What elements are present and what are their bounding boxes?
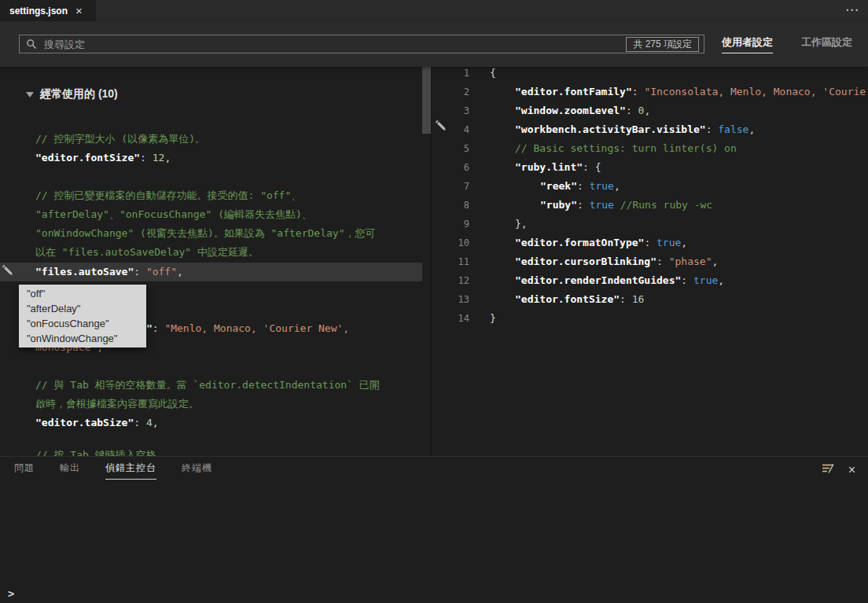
- code-token: :: [644, 237, 657, 248]
- setting-value: "Menlo, Monaco, 'Courier New',: [164, 322, 349, 334]
- panel-tab-output[interactable]: 輸出: [60, 461, 80, 480]
- code-token: false: [718, 123, 748, 135]
- code-token: :: [681, 274, 693, 286]
- debug-console-output[interactable]: >: [0, 484, 868, 603]
- scrollbar-thumb[interactable]: [422, 67, 431, 134]
- code-token: "editor.fontFamily": [515, 86, 632, 97]
- more-actions-icon[interactable]: ⋯: [845, 2, 859, 18]
- code-line: 9},: [432, 215, 868, 233]
- dropdown-item-afterdelay[interactable]: "afterDelay": [19, 301, 146, 316]
- code-token: "editor.formatOnType": [515, 237, 644, 248]
- setting-line-editor-fontsize: "editor.fontSize": 12,: [0, 149, 422, 167]
- comment-line-fontsize: // 控制字型大小 (以像素為單位)。: [0, 130, 422, 149]
- tab-user-settings[interactable]: 使用者設定: [722, 35, 773, 53]
- code-token: "editor.fontSize": [515, 293, 620, 305]
- line-number: 8: [432, 196, 482, 215]
- line-number: 1: [432, 67, 482, 83]
- code-line: 7"reek": true,: [432, 177, 868, 196]
- code-token: ,: [681, 237, 687, 248]
- code-token: ,: [718, 274, 724, 286]
- panel-tab-terminal[interactable]: 終端機: [182, 461, 212, 480]
- setting-line-files-autosave[interactable]: "files.autoSave": "off",: [0, 263, 422, 281]
- comment-line-autosave: "afterDelay"、"onFocusChange" (編輯器失去焦點)、: [0, 205, 422, 224]
- code-token: true: [590, 180, 614, 192]
- settings-scope-tabs: 使用者設定 工作區設定: [722, 21, 852, 67]
- code-token: :: [620, 293, 632, 305]
- line-number: 10: [432, 233, 482, 252]
- code-token: },: [515, 218, 528, 230]
- code-token: "editor.renderIndentGuides": [515, 274, 681, 286]
- bottom-panel: 問題 輸出 偵錯主控台 終端機 × >: [0, 456, 868, 603]
- edit-setting-pencil-icon[interactable]: [2, 264, 13, 279]
- punctuation: :: [134, 417, 146, 428]
- line-number: 3: [432, 101, 482, 120]
- line-number: 9: [432, 215, 482, 233]
- code-token: "Inconsolata, Menlo, Monaco, 'Courie: [644, 86, 866, 97]
- code-line: 3"window.zoomLevel": 0,: [432, 101, 868, 120]
- dropdown-item-onfocuschange[interactable]: "onFocusChange": [19, 316, 146, 331]
- code-token: // Basic settings: turn linter(s) on: [515, 142, 737, 154]
- clear-console-icon[interactable]: [822, 462, 834, 478]
- code-line: 5// Basic settings: turn linter(s) on: [432, 139, 868, 158]
- code-token: :: [577, 199, 590, 211]
- punctuation: ,: [153, 417, 159, 428]
- panel-tab-problems[interactable]: 問題: [14, 461, 35, 480]
- code-token: :: [577, 180, 590, 192]
- code-lines: 1{ 2"editor.fontFamily": "Inconsolata, M…: [432, 67, 868, 328]
- tab-title: settings.json: [9, 6, 68, 17]
- tab-workspace-settings[interactable]: 工作區設定: [801, 35, 852, 53]
- code-line: 13"editor.fontSize": 16: [432, 290, 868, 309]
- code-token: "workbench.activityBar.visible": [515, 123, 706, 135]
- tab-close-icon[interactable]: ×: [75, 5, 83, 17]
- code-token: :: [632, 86, 645, 97]
- panel-close-icon[interactable]: ×: [848, 464, 855, 476]
- default-settings-editor[interactable]: 經常使用的 (10) // 控制字型大小 (以像素為單位)。 "editor.f…: [0, 67, 422, 456]
- code-line: 14}: [432, 309, 868, 328]
- punctuation: :: [153, 322, 165, 334]
- punctuation: ,: [177, 266, 183, 278]
- console-prompt-chevron: >: [8, 587, 14, 600]
- panel-tab-debug-console[interactable]: 偵錯主控台: [105, 461, 156, 480]
- code-token: "reek": [540, 180, 577, 192]
- search-input[interactable]: [42, 35, 626, 53]
- line-number: 5: [432, 139, 482, 158]
- line-number: 12: [432, 271, 482, 290]
- edit-setting-pencil-icon[interactable]: [435, 119, 447, 134]
- settings-split-editor: 經常使用的 (10) // 控制字型大小 (以像素為單位)。 "editor.f…: [0, 67, 868, 456]
- code-line: 11"editor.cursorBlinking": "phase",: [432, 252, 868, 271]
- code-token: "editor.cursorBlinking": [515, 256, 657, 267]
- comment-line-tabsize: 啟時，會根據檔案內容覆寫此設定。: [0, 395, 422, 414]
- code-token: {: [490, 67, 496, 79]
- setting-key: "editor.tabSize": [35, 417, 134, 428]
- user-settings-editor[interactable]: 1{ 2"editor.fontFamily": "Inconsolata, M…: [431, 67, 868, 456]
- search-box: 共 275 項設定: [19, 35, 704, 53]
- code-line: 1{: [432, 67, 868, 83]
- line-number: 13: [432, 290, 482, 309]
- setting-line-editor-tabsize: "editor.tabSize": 4,: [0, 414, 422, 432]
- comment-line-tabsize: // 與 Tab 相等的空格數量。當 `editor.detectIndenta…: [0, 376, 422, 395]
- autosave-value-dropdown: "off" "afterDelay" "onFocusChange" "onWi…: [19, 285, 146, 347]
- code-token: true: [693, 274, 718, 286]
- panel-tab-bar: 問題 輸出 偵錯主控台 終端機 ×: [0, 457, 868, 484]
- section-header-commonly-used[interactable]: 經常使用的 (10): [26, 85, 118, 104]
- dropdown-item-onwindowchange[interactable]: "onWindowChange": [19, 331, 146, 346]
- tab-settings-json[interactable]: settings.json ×: [0, 0, 96, 21]
- code-token: //Runs ruby -wc: [620, 199, 712, 211]
- code-token: true: [590, 199, 620, 211]
- left-pane-scrollbar[interactable]: [422, 67, 431, 456]
- code-line: 10"editor.formatOnType": true,: [432, 233, 868, 252]
- code-token: "ruby.lint": [515, 161, 583, 173]
- punctuation: ,: [164, 152, 171, 164]
- code-token: : {: [583, 161, 601, 173]
- code-token: :: [706, 123, 719, 135]
- comment-line-partial: // 按 Tab 鍵時插入空格。: [0, 446, 422, 456]
- dropdown-item-off[interactable]: "off": [19, 286, 146, 301]
- setting-value[interactable]: "off": [146, 266, 177, 278]
- code-line: 8"ruby": true //Runs ruby -wc: [432, 196, 868, 215]
- code-token: ,: [644, 105, 650, 116]
- code-line: 12"editor.renderIndentGuides": true,: [432, 271, 868, 290]
- line-number: 14: [432, 309, 482, 328]
- code-token: "ruby": [540, 199, 577, 211]
- search-icon: [26, 39, 37, 50]
- settings-header: 共 275 項設定 使用者設定 工作區設定: [0, 21, 868, 67]
